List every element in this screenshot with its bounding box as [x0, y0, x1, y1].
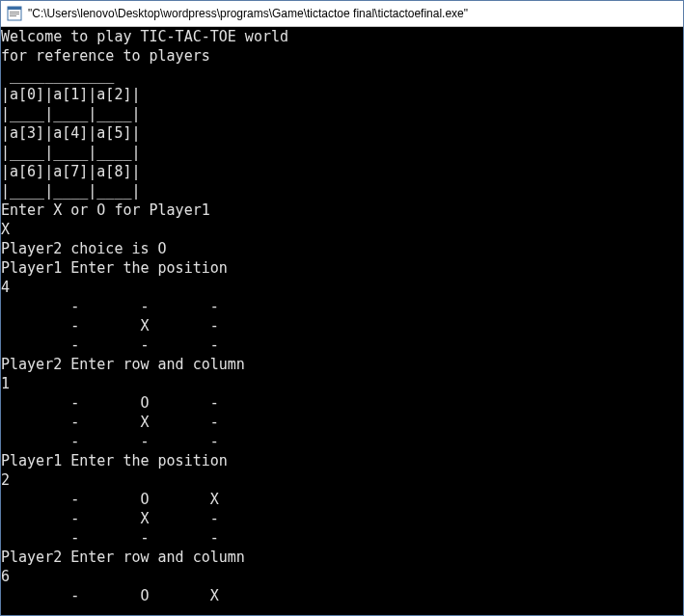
svg-rect-3	[10, 13, 19, 14]
svg-rect-1	[8, 7, 21, 10]
window-titlebar[interactable]: "C:\Users\lenovo\Desktop\wordpress\progr…	[1, 1, 683, 27]
window-title: "C:\Users\lenovo\Desktop\wordpress\progr…	[28, 7, 468, 20]
app-icon	[7, 6, 22, 21]
console-output[interactable]: Welcome to play TIC-TAC-TOE world for re…	[1, 27, 683, 615]
svg-rect-2	[10, 12, 19, 13]
svg-rect-4	[10, 15, 16, 16]
